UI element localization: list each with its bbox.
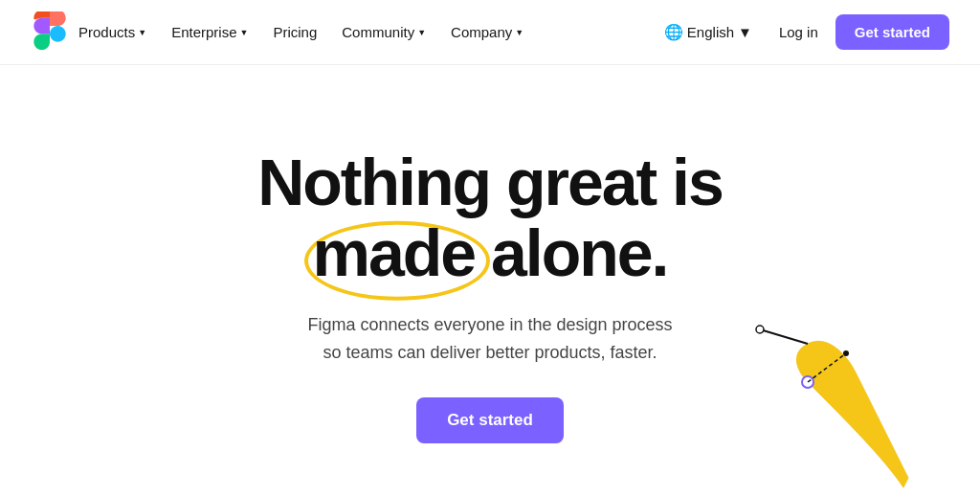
- chevron-down-icon: ▼: [138, 28, 146, 37]
- chevron-down-icon: ▼: [515, 28, 523, 37]
- language-label: English: [687, 24, 734, 40]
- headline-highlighted-word: made: [312, 218, 475, 288]
- login-link[interactable]: Log in: [769, 18, 828, 46]
- svg-point-4: [843, 350, 849, 356]
- navbar: Products ▼ Enterprise ▼ Pricing Communit…: [0, 0, 980, 65]
- nav-products[interactable]: Products ▼: [69, 18, 156, 46]
- nav-company[interactable]: Company ▼: [441, 18, 533, 46]
- svg-line-0: [760, 329, 808, 344]
- nav-right: 🌐 English ▼ Log in Get started: [655, 14, 949, 50]
- svg-point-2: [756, 326, 764, 333]
- hero-subtext-line2: so teams can deliver better products, fa…: [323, 343, 657, 362]
- chevron-down-icon: ▼: [240, 28, 249, 37]
- headline-line1: Nothing great is: [257, 146, 723, 218]
- nav-get-started-button[interactable]: Get started: [835, 14, 949, 50]
- nav-enterprise[interactable]: Enterprise ▼: [162, 18, 257, 46]
- nav-pricing-label: Pricing: [273, 24, 317, 40]
- hero-get-started-button[interactable]: Get started: [416, 397, 564, 443]
- globe-icon: 🌐: [664, 23, 683, 41]
- chevron-down-icon: ▼: [417, 28, 426, 37]
- nav-company-label: Company: [451, 24, 512, 40]
- hero-subtext: Figma connects everyone in the design pr…: [307, 311, 672, 367]
- pen-tool-illustration: [731, 325, 923, 497]
- nav-community[interactable]: Community ▼: [332, 18, 435, 46]
- hero-headline: Nothing great is made alone.: [257, 147, 723, 288]
- nav-links: Products ▼ Enterprise ▼ Pricing Communit…: [69, 18, 655, 46]
- language-selector[interactable]: 🌐 English ▼: [655, 17, 762, 47]
- nav-products-label: Products: [78, 24, 135, 40]
- nav-pricing[interactable]: Pricing: [263, 18, 326, 46]
- chevron-down-icon: ▼: [738, 24, 752, 40]
- headline-line2-post: alone.: [475, 216, 667, 289]
- figma-logo: [31, 11, 69, 50]
- hero-subtext-line1: Figma connects everyone in the design pr…: [307, 315, 672, 334]
- nav-community-label: Community: [342, 24, 414, 40]
- figma-logo-link[interactable]: [31, 11, 69, 54]
- hero-section: Nothing great is made alone. Figma conne…: [0, 65, 980, 497]
- nav-enterprise-label: Enterprise: [171, 24, 236, 40]
